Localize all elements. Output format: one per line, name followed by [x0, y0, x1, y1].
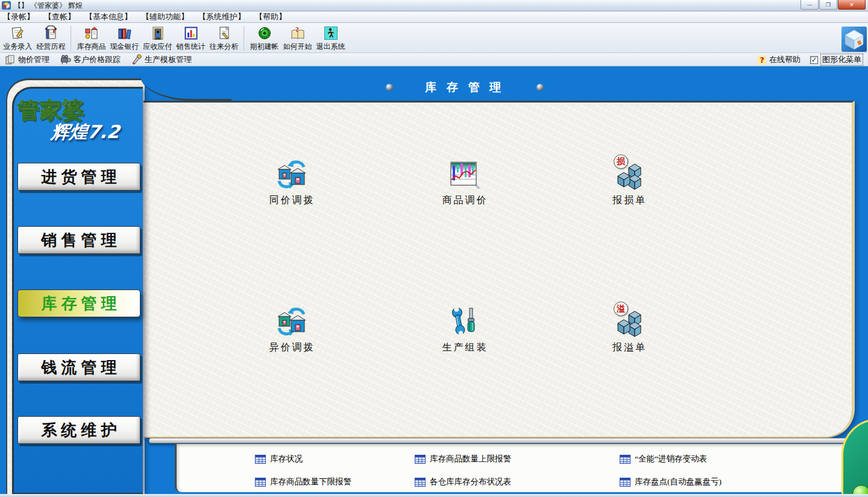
overflow-report-icon: 溢 [612, 305, 645, 338]
feature-label: 同价调拨 [268, 194, 315, 207]
table-icon [415, 455, 426, 464]
toolbar-separator [71, 26, 72, 51]
report-stocktake[interactable]: 库存盘点(自动盘赢盘亏) [620, 476, 722, 487]
feature-goods-reprice[interactable]: 商品调价 [419, 158, 509, 210]
graphic-menu-label[interactable]: 图形化菜单 [820, 54, 863, 66]
restore-button[interactable]: ❐ [819, 0, 837, 10]
exit-system-icon [323, 25, 339, 41]
menu-help[interactable]: 【帮助】 [255, 11, 286, 22]
production-template-label: 生产模板管理 [145, 54, 192, 65]
section-title: 库 存 管 理 [425, 80, 505, 95]
sidebar: 管家婆 辉煌7.2 进货管理 销售管理 库存管理 钱流管理 系统维护 [12, 87, 143, 495]
toolbar-exit-system[interactable]: 退出系统 [314, 24, 347, 52]
toolbar-business-entry[interactable]: 业务录入 [1, 24, 34, 52]
help-question-icon[interactable]: ? [758, 55, 766, 65]
graphic-menu-checkbox[interactable]: ✓ [810, 56, 818, 64]
sidebar-item-inventory[interactable]: 库存管理 [17, 290, 140, 317]
menu-aux-func[interactable]: 【辅助功能】 [142, 11, 189, 22]
toolbar-label: 往来分析 [210, 42, 239, 52]
inventory-goods-icon [84, 25, 99, 41]
production-template-button[interactable]: 生产模板管理 [131, 54, 192, 65]
sidebar-item-sales[interactable]: 销售管理 [17, 226, 140, 254]
sidebar-item-system[interactable]: 系统维护 [17, 416, 140, 444]
toolbar-label: 库存商品 [77, 42, 106, 52]
diff-price-transfer-icon [275, 305, 307, 338]
report-upper-limit-alert[interactable]: 库存商品数量上限报警 [415, 454, 511, 464]
feature-diff-price-transfer[interactable]: 异价调拨 [246, 305, 336, 357]
receivable-payable-icon [150, 25, 166, 41]
toolbar-label: 销售统计 [177, 42, 206, 52]
feature-label: 生产组装 [441, 341, 488, 354]
toolbar2-right-group: ? 在线帮助 ✓ 图形化菜单 [758, 53, 863, 66]
minimize-button[interactable]: — [800, 0, 819, 10]
close-button[interactable]: ✕ [838, 0, 866, 10]
business-entry-icon [10, 25, 26, 41]
toolbar-initial-setup[interactable]: 期初建帐 [248, 24, 281, 52]
sidebar-item-purchase[interactable]: 进货管理 [17, 163, 140, 191]
main-area: 库 存 管 理 [0, 66, 868, 497]
feature-loss-report[interactable]: 损 报损单 [583, 158, 674, 210]
feature-production-assembly[interactable]: 生产组装 [419, 305, 509, 357]
window-controls: — ❐ ✕ [800, 0, 866, 10]
brand-version-text: 辉煌7.2 [50, 120, 121, 145]
menu-basic-info[interactable]: 【基本信息】 [85, 11, 132, 22]
production-assembly-icon [448, 305, 480, 338]
toolbar-cash-bank[interactable]: 现金银行 [108, 24, 141, 52]
menu-bar: 【录帐】 【查帐】 【基本信息】 【辅助功能】 【系统维护】 【帮助】 [0, 11, 868, 23]
customer-price-tracking-icon [60, 54, 71, 65]
toolbar-label: 退出系统 [316, 42, 345, 52]
toolbar: 业务录入 经营历程 库存商品 [0, 23, 868, 53]
feature-label: 商品调价 [441, 194, 488, 207]
customer-price-tracking-label: 客户价格跟踪 [74, 54, 121, 65]
table-icon [255, 455, 266, 464]
toolbar-label: 应收应付 [143, 42, 172, 52]
online-help-link[interactable]: 在线帮助 [769, 54, 800, 65]
table-icon [620, 478, 631, 487]
contacts-analysis-icon [216, 25, 232, 41]
feature-overflow-report[interactable]: 溢 报溢单 [583, 305, 674, 357]
loss-badge: 损 [614, 154, 628, 169]
section-header: 库 存 管 理 [386, 80, 544, 95]
cash-bank-icon [117, 25, 133, 41]
production-template-icon [131, 54, 142, 65]
table-icon [415, 478, 426, 487]
report-warehouse-distribution[interactable]: 各仓库库存分布状况表 [415, 476, 511, 487]
customer-price-tracking-button[interactable]: 客户价格跟踪 [60, 54, 121, 65]
initial-setup-icon [257, 25, 272, 41]
menu-sys-maint[interactable]: 【系统维护】 [198, 11, 245, 22]
menu-record[interactable]: 【录帐】 [3, 11, 34, 22]
feature-same-price-transfer[interactable]: 同价调拨 [246, 158, 336, 210]
feature-label: 异价调拨 [268, 341, 315, 354]
toolbar-label: 如何开始 [283, 42, 312, 52]
svg-text:?: ? [295, 25, 299, 34]
price-management-icon [5, 54, 16, 65]
toolbar-receivable-payable[interactable]: 应收应付 [141, 24, 174, 52]
title-bar: 【】 《管家婆》 辉煌 — ❐ ✕ [0, 0, 868, 11]
toolbar-how-to-start[interactable]: ? 如何开始 [281, 24, 314, 52]
how-to-start-icon: ? [290, 25, 306, 41]
same-price-transfer-icon [275, 158, 307, 191]
price-management-button[interactable]: 物价管理 [5, 54, 49, 65]
goods-reprice-icon [448, 158, 480, 191]
toolbar-label: 经营历程 [37, 42, 66, 52]
sidebar-item-cashflow[interactable]: 钱流管理 [17, 353, 140, 381]
report-inventory-status[interactable]: 库存状况 [255, 454, 303, 464]
feature-label: 报溢单 [611, 341, 647, 354]
sales-stats-icon [183, 25, 199, 41]
reports-panel: 库存状况 库存商品数量上限报警 [175, 444, 866, 492]
sphere-icon [536, 84, 544, 91]
overflow-badge: 溢 [614, 302, 628, 316]
header-curve [140, 66, 231, 101]
table-icon [255, 478, 266, 487]
toolbar-contacts-analysis[interactable]: 往来分析 [207, 24, 241, 52]
loss-report-icon: 损 [612, 158, 645, 191]
window-title: 【】 《管家婆》 辉煌 [14, 1, 83, 11]
toolbar-label: 现金银行 [110, 42, 139, 52]
toolbar-inventory-goods[interactable]: 库存商品 [75, 24, 108, 52]
report-allround-change-table[interactable]: “全能”进销存变动表 [620, 454, 707, 464]
toolbar-sales-stats[interactable]: 销售统计 [174, 24, 207, 52]
menu-query[interactable]: 【查帐】 [44, 11, 75, 22]
report-lower-limit-alert[interactable]: 库存商品数量下限报警 [255, 476, 351, 487]
business-history-icon [43, 25, 59, 41]
toolbar-business-history[interactable]: 经营历程 [34, 24, 68, 52]
